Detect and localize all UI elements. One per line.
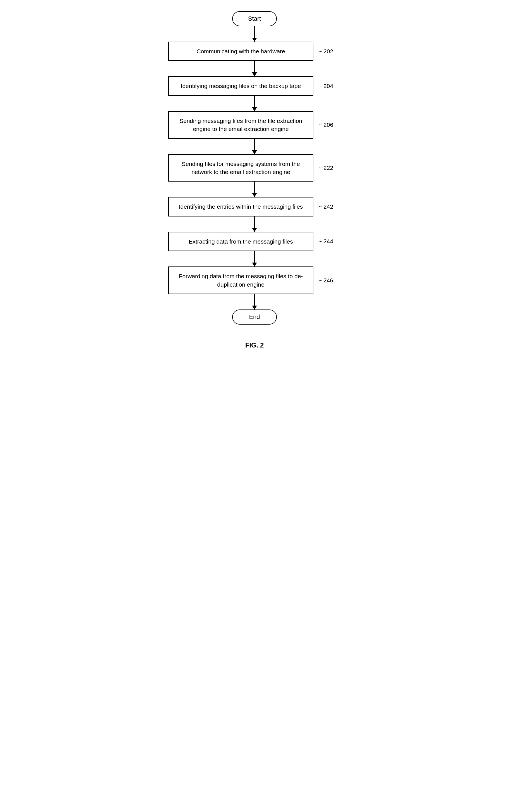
arrow-3 [254,96,255,111]
arrow-1 [254,26,255,42]
step-text-206: Sending messaging files from the file ex… [179,118,302,132]
arrow-6 [254,217,255,232]
step-label-202: ~ 202 [318,48,341,55]
step-text-204: Identifying messaging files on the backu… [181,83,301,89]
step-box-206: Sending messaging files from the file ex… [168,111,313,139]
step-box-244: Extracting data from the messaging files [168,232,313,251]
step-box-242: Identifying the entries within the messa… [168,197,313,216]
step-label-222: ~ 222 [318,164,341,171]
step-text-244: Extracting data from the messaging files [189,238,293,245]
arrow-7 [254,251,255,267]
start-shape: Start [232,11,277,26]
step-row-202: Communicating with the hardware ~ 202 [157,42,352,61]
step-label-246: ~ 246 [318,277,341,284]
flowchart-diagram: Start Communicating with the hardware ~ … [157,11,352,349]
step-row-242: Identifying the entries within the messa… [157,197,352,216]
end-shape: End [232,310,277,324]
step-label-206: ~ 206 [318,122,341,128]
step-text-242: Identifying the entries within the messa… [179,204,303,210]
arrow-8 [254,294,255,310]
start-label: Start [248,15,261,22]
step-text-202: Communicating with the hardware [197,48,285,55]
step-text-222: Sending files for messaging systems from… [182,161,300,175]
step-row-206: Sending messaging files from the file ex… [157,111,352,139]
step-box-202: Communicating with the hardware [168,42,313,61]
step-box-204: Identifying messaging files on the backu… [168,76,313,96]
arrow-4 [254,139,255,154]
step-row-204: Identifying messaging files on the backu… [157,76,352,96]
arrow-2 [254,61,255,76]
end-label: End [249,313,260,320]
step-text-246: Forwarding data from the messaging files… [179,273,303,287]
step-row-244: Extracting data from the messaging files… [157,232,352,251]
step-box-222: Sending files for messaging systems from… [168,154,313,182]
step-box-246: Forwarding data from the messaging files… [168,267,313,294]
step-label-204: ~ 204 [318,83,341,89]
step-row-246: Forwarding data from the messaging files… [157,267,352,294]
step-label-244: ~ 244 [318,238,341,245]
step-row-222: Sending files for messaging systems from… [157,154,352,182]
figure-label: FIG. 2 [245,341,264,349]
step-label-242: ~ 242 [318,204,341,210]
arrow-5 [254,182,255,197]
